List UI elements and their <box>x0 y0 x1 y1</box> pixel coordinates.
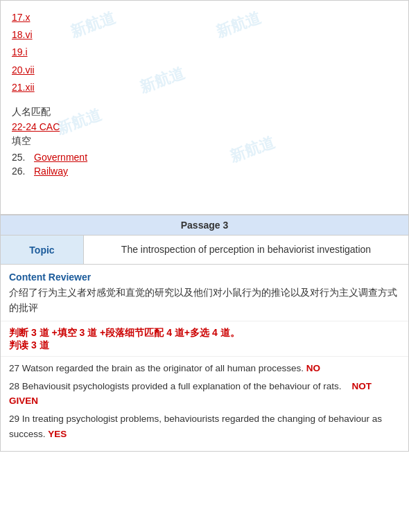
item-25-value[interactable]: Government <box>34 152 87 163</box>
stats-section: 判断 3 道 +填空 3 道 +段落细节匹配 4 道+多选 4 道。 判读 3 … <box>1 321 408 357</box>
topic-content: The introspection of perception in behav… <box>84 236 408 264</box>
list-item-17x: 17.x <box>12 9 397 26</box>
list-item-19i: 19.i <box>12 44 397 61</box>
verdict-29-answer: YES <box>48 429 67 439</box>
content-reviewer-title: Content Reviewer <box>9 272 400 283</box>
verdict-28-text: Behaviousit psychologists provided a ful… <box>22 381 342 391</box>
verdict-27-text: Watson regarded the brain as the origina… <box>22 363 304 373</box>
passage-header: Passage 3 <box>1 215 408 236</box>
verdict-29-num: 29 <box>9 414 22 424</box>
item-26-num: 26. <box>12 166 34 177</box>
verdict-item-29: 29 In treating psychologist problems, be… <box>9 411 400 441</box>
numbered-item-26: 26. Railway <box>12 166 397 177</box>
list-items: 17.x 18.vi 19.i 20.vii 21.xii <box>12 9 397 96</box>
item-25-num: 25. <box>12 152 34 163</box>
top-panel: 新航道 新航道 新航道 新航道 新航道 17.x 18.vi 19.i 20.v… <box>0 0 409 215</box>
verdict-item-28: 28 Behaviousit psychologists provided a … <box>9 379 400 409</box>
topic-label: Topic <box>1 236 84 264</box>
section-label-name-match: 人名匹配 <box>12 106 397 118</box>
content-reviewer-section: Content Reviewer 介绍了行为主义者对感觉和直觉的研究以及他们对小… <box>1 265 408 321</box>
fill-label: 填空 <box>12 135 397 148</box>
verdict-27-num: 27 <box>9 363 22 373</box>
verdicts-section: 27 Watson regarded the brain as the orig… <box>1 357 408 451</box>
verdict-27-answer: NO <box>306 363 320 373</box>
list-item-20vii: 20.vii <box>12 62 397 79</box>
item-26-value[interactable]: Railway <box>34 166 68 177</box>
stats-line1: 判断 3 道 +填空 3 道 +段落细节匹配 4 道+多选 4 道。 <box>9 327 400 339</box>
list-item-21xii: 21.xii <box>12 79 397 96</box>
verdict-item-27: 27 Watson regarded the brain as the orig… <box>9 361 400 376</box>
topic-row: Topic The introspection of perception in… <box>1 236 408 265</box>
numbered-item-25: 25. Government <box>12 152 397 163</box>
list-item-18vi: 18.vi <box>12 26 397 44</box>
verdict-28-num: 28 <box>9 381 22 391</box>
content-reviewer-text: 介绍了行为主义者对感觉和直觉的研究以及他们对小鼠行为的推论以及对行为主义调查方式… <box>9 285 400 315</box>
bottom-panel: 新航道 新航道 新航道 新航道 新航道 新航道 Passage 3 Topic … <box>0 215 409 452</box>
stats-line2: 判读 3 道 <box>9 339 400 352</box>
cac-label: 22-24 CAC <box>12 121 397 132</box>
